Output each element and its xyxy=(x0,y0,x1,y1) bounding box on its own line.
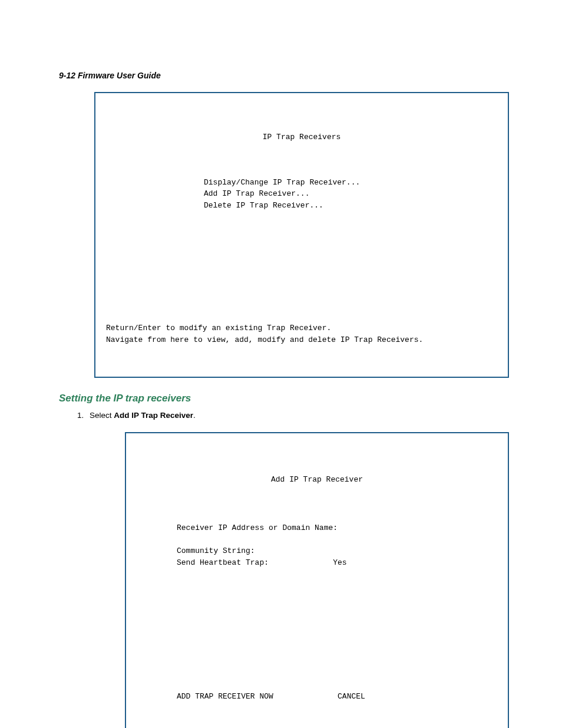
terminal2-actions: ADD TRAP RECEIVER NOW CANCEL xyxy=(177,691,500,703)
terminal2-fields: Receiver IP Address or Domain Name: Comm… xyxy=(177,522,500,568)
section-heading: Setting the IP trap receivers xyxy=(59,393,509,404)
footer-line-2: Navigate from here to view, add, modify … xyxy=(106,335,423,344)
menu-display-change: Display/Change IP Trap Receiver... xyxy=(204,178,360,187)
terminal-add-ip-trap-receiver: Add IP Trap Receiver Receiver IP Address… xyxy=(125,432,509,728)
field-receiver-ip: Receiver IP Address or Domain Name: xyxy=(177,523,338,532)
terminal-title: IP Trap Receivers xyxy=(104,131,500,143)
field-heartbeat-value: Yes xyxy=(333,558,346,567)
step-1-prefix: Select xyxy=(90,411,114,420)
field-heartbeat-label: Send Heartbeat Trap: xyxy=(177,558,269,567)
terminal-menu: Display/Change IP Trap Receiver... Add I… xyxy=(204,177,500,212)
steps-list: Select Add IP Trap Receiver. Add IP Trap… xyxy=(59,410,509,728)
menu-add: Add IP Trap Receiver... xyxy=(204,189,309,198)
terminal-ip-trap-receivers: IP Trap Receivers Display/Change IP Trap… xyxy=(94,92,509,378)
action-add-now: ADD TRAP RECEIVER NOW xyxy=(177,692,273,701)
step-1-bold: Add IP Trap Receiver xyxy=(114,411,193,420)
action-cancel: CANCEL xyxy=(338,692,365,701)
step-1: Select Add IP Trap Receiver. Add IP Trap… xyxy=(86,410,509,728)
field-community-string: Community String: xyxy=(177,546,255,555)
menu-delete: Delete IP Trap Receiver... xyxy=(204,201,323,210)
terminal-footer: Return/Enter to modify an existing Trap … xyxy=(106,322,500,345)
page-header: 9-12 Firmware User Guide xyxy=(59,71,509,80)
footer-line-1: Return/Enter to modify an existing Trap … xyxy=(106,324,331,332)
terminal2-title: Add IP Trap Receiver xyxy=(134,474,500,486)
step-1-suffix: . xyxy=(193,411,196,420)
